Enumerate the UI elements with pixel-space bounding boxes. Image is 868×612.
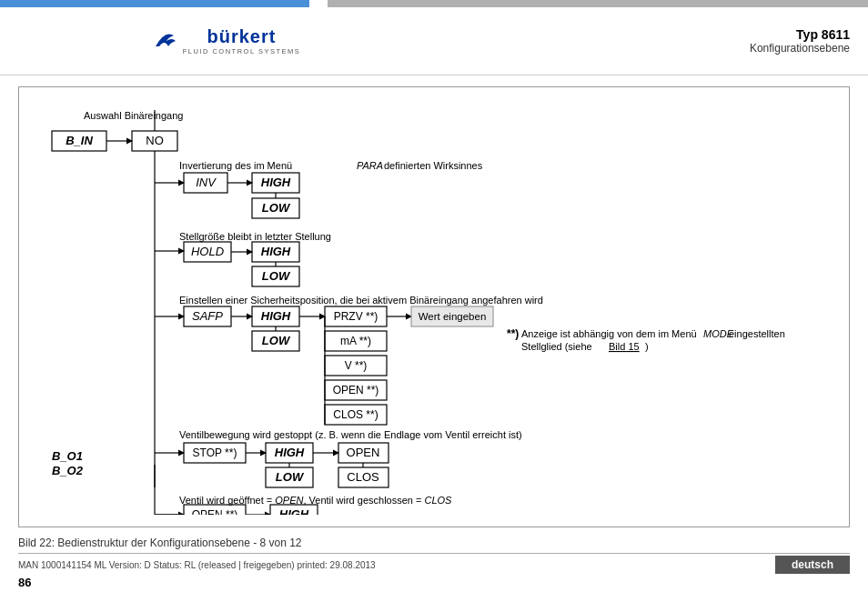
svg-text:LOW: LOW	[262, 201, 291, 215]
header: bürkert FLUID CONTROL SYSTEMS Typ 8611 K…	[0, 7, 868, 75]
footer-language: deutsch	[775, 556, 850, 574]
top-bars	[0, 0, 868, 7]
svg-text:LOW: LOW	[262, 269, 291, 283]
svg-text:HIGH: HIGH	[275, 446, 305, 459]
svg-text:): )	[645, 341, 649, 352]
svg-text:CLOS: CLOS	[347, 470, 379, 484]
svg-text:Wert eingeben: Wert eingeben	[419, 311, 487, 322]
logo-container: bürkert FLUID CONTROL SYSTEMS	[152, 26, 301, 55]
svg-text:eingestellten: eingestellten	[729, 328, 785, 339]
logo-text: bürkert	[183, 26, 301, 47]
svg-text:Einstellen einer Sicherheitspo: Einstellen einer Sicherheitsposition, di…	[179, 295, 543, 306]
svg-text:HIGH: HIGH	[261, 309, 291, 323]
svg-text:PARA: PARA	[357, 160, 383, 171]
footer-text: MAN 1000141154 ML Version: D Status: RL …	[18, 560, 775, 570]
top-bar-blue	[0, 0, 309, 7]
svg-text:Bild 15: Bild 15	[609, 341, 640, 352]
svg-text:OPEN: OPEN	[347, 446, 380, 459]
svg-text:Ventilbewegung wird gestoppt (: Ventilbewegung wird gestoppt (z. B. wenn…	[179, 429, 522, 440]
top-bar-gray	[328, 0, 868, 7]
diagram-svg: B_IN NO Auswahl Binäreingang Invertierun…	[30, 96, 838, 515]
svg-text:HIGH: HIGH	[261, 245, 291, 258]
svg-text:Anzeige ist abhängig von dem i: Anzeige ist abhängig von dem im Menü	[521, 328, 697, 339]
svg-text:LOW: LOW	[262, 334, 291, 347]
svg-text:PRZV **): PRZV **)	[334, 310, 378, 323]
svg-text:B_O2: B_O2	[52, 464, 84, 477]
svg-text:HIGH: HIGH	[279, 507, 309, 515]
svg-text:Stellglied (siehe: Stellglied (siehe	[521, 341, 592, 352]
footer-bar: MAN 1000141154 ML Version: D Status: RL …	[18, 553, 850, 574]
svg-text:Auswahl Binäreingang: Auswahl Binäreingang	[84, 110, 183, 121]
svg-text:OPEN **): OPEN **)	[333, 384, 379, 396]
svg-text:Stellgröße bleibt in letzter S: Stellgröße bleibt in letzter Stellung	[179, 231, 331, 242]
header-right: Typ 8611 Konfigurationsebene	[434, 27, 850, 55]
page-number: 86	[18, 576, 850, 589]
svg-text:OPEN **): OPEN **)	[192, 508, 238, 515]
svg-text:HIGH: HIGH	[261, 176, 291, 189]
svg-text:B_IN: B_IN	[66, 134, 93, 147]
logo-sub: FLUID CONTROL SYSTEMS	[183, 47, 301, 55]
svg-text:B_O1: B_O1	[52, 449, 83, 463]
svg-text:mA **): mA **)	[340, 335, 371, 347]
svg-text:Invertierung des im Menü: Invertierung des im Menü	[179, 160, 292, 171]
svg-text:INV: INV	[196, 176, 217, 189]
type-label: Typ 8611	[434, 27, 850, 42]
svg-text:NO: NO	[146, 134, 164, 147]
svg-text:definierten Wirksinnes: definierten Wirksinnes	[384, 160, 483, 171]
logo-area: bürkert FLUID CONTROL SYSTEMS	[18, 26, 434, 55]
caption: Bild 22: Bedienstruktur der Konfiguratio…	[18, 537, 850, 549]
svg-text:Ventil wird geöffnet = OPEN, V: Ventil wird geöffnet = OPEN, Ventil wird…	[179, 495, 452, 506]
svg-text:HOLD: HOLD	[191, 245, 224, 258]
main-content: B_IN NO Auswahl Binäreingang Invertierun…	[0, 75, 868, 600]
svg-text:LOW: LOW	[276, 470, 305, 484]
svg-text:SAFP: SAFP	[192, 309, 223, 323]
svg-text:V **): V **)	[345, 359, 368, 372]
svg-text:CLOS **): CLOS **)	[333, 408, 378, 421]
header-subtitle: Konfigurationsebene	[434, 42, 850, 55]
svg-text:STOP **): STOP **)	[193, 446, 237, 459]
diagram-box: B_IN NO Auswahl Binäreingang Invertierun…	[18, 86, 850, 527]
svg-text:**): **)	[507, 327, 519, 340]
